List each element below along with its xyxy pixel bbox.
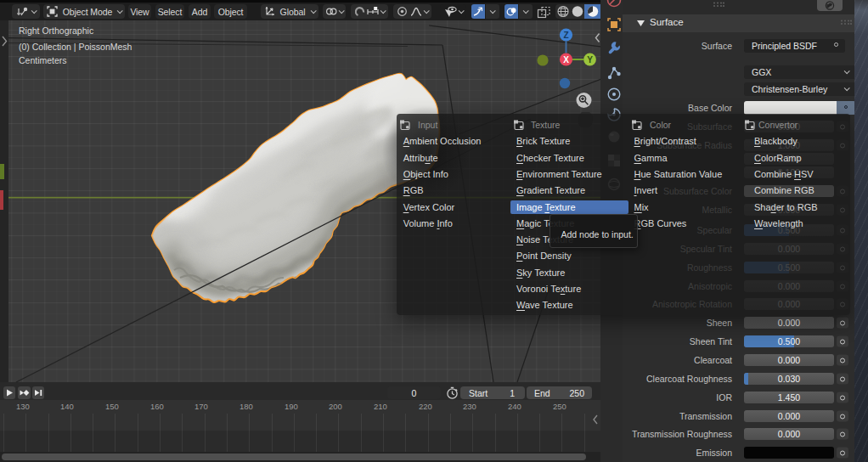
svg-text:X: X — [563, 55, 569, 65]
svg-text:Z: Z — [563, 31, 568, 40]
svg-text:Y: Y — [587, 55, 593, 65]
